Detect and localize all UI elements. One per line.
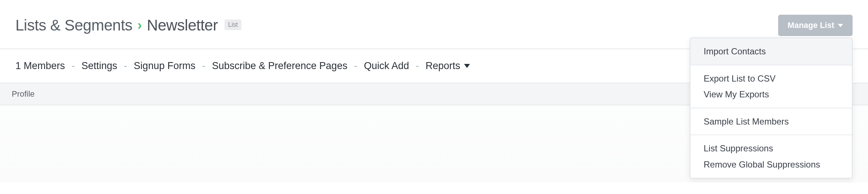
dropdown-group: Sample List Members (690, 108, 852, 135)
manage-list-label: Manage List (788, 21, 834, 30)
dropdown-group: Import Contacts (690, 38, 852, 65)
dropdown-group: List Suppressions Remove Global Suppress… (690, 134, 852, 177)
subnav-separator: - (72, 60, 75, 72)
subnav-subscribe-pages[interactable]: Subscribe & Preference Pages (212, 60, 347, 72)
subnav-separator: - (354, 60, 357, 72)
dropdown-sample-members[interactable]: Sample List Members (690, 108, 852, 135)
subnav-separator: - (416, 60, 419, 72)
caret-down-icon (464, 64, 470, 68)
subnav-members[interactable]: 1 Members (15, 60, 65, 72)
dropdown-remove-global-suppressions[interactable]: Remove Global Suppressions (690, 158, 852, 178)
chevron-right-icon: › (138, 19, 142, 32)
dropdown-group: Export List to CSV View My Exports (690, 65, 852, 108)
dropdown-export-csv[interactable]: Export List to CSV (690, 65, 852, 88)
dropdown-list-suppressions[interactable]: List Suppressions (690, 135, 852, 158)
caret-down-icon (838, 24, 843, 27)
subnav-signup-forms[interactable]: Signup Forms (134, 60, 196, 72)
subnav-quick-add[interactable]: Quick Add (364, 60, 409, 72)
column-header-profile: Profile (12, 89, 34, 98)
page-root: Lists & Segments › Newsletter List Manag… (0, 0, 868, 183)
subnav-separator: - (202, 60, 205, 72)
subnav-reports-label: Reports (426, 60, 460, 72)
subnav-separator: - (124, 60, 127, 72)
breadcrumb-root-link[interactable]: Lists & Segments (15, 17, 132, 34)
dropdown-import-contacts[interactable]: Import Contacts (690, 38, 852, 65)
dropdown-view-exports[interactable]: View My Exports (690, 88, 852, 108)
subnav-settings[interactable]: Settings (81, 60, 117, 72)
subnav-reports[interactable]: Reports (426, 60, 470, 72)
breadcrumb-current: Newsletter (147, 17, 218, 34)
list-type-badge: List (225, 19, 241, 30)
manage-list-dropdown: Import Contacts Export List to CSV View … (690, 37, 853, 179)
manage-list-button[interactable]: Manage List (778, 15, 853, 36)
breadcrumb: Lists & Segments › Newsletter List (15, 17, 241, 34)
